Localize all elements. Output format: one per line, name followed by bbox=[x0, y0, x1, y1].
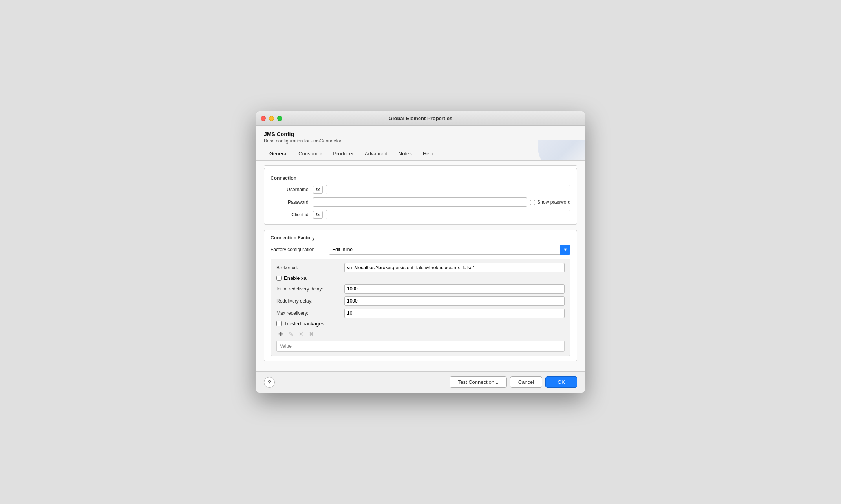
username-row: Username: fx bbox=[271, 185, 570, 194]
tab-notes[interactable]: Notes bbox=[393, 148, 417, 161]
ok-button[interactable]: OK bbox=[545, 376, 577, 388]
question-mark-icon: ? bbox=[268, 379, 271, 385]
redelivery-delay-row: Redelivery delay: bbox=[276, 296, 565, 306]
username-fx-button[interactable]: fx bbox=[313, 186, 323, 194]
window-header: JMS Config Base configuration for JmsCon… bbox=[256, 126, 585, 161]
test-connection-button[interactable]: Test Connection... bbox=[450, 376, 507, 388]
factory-config-row: Factory configuration Edit inline Refere… bbox=[271, 245, 570, 255]
enable-xa-label: Enable xa bbox=[284, 275, 307, 281]
titlebar: Global Element Properties bbox=[256, 111, 585, 126]
initial-redelivery-delay-input[interactable] bbox=[344, 284, 565, 294]
factory-config-select[interactable]: Edit inline Reference bbox=[329, 245, 570, 255]
value-input[interactable] bbox=[276, 341, 565, 352]
redelivery-delay-label: Redelivery delay: bbox=[276, 298, 341, 304]
delete-all-icon: ✖ bbox=[309, 331, 314, 337]
trusted-packages-toolbar: ✚ ✎ ✕ ✖ bbox=[276, 330, 565, 338]
help-button[interactable]: ? bbox=[264, 377, 275, 388]
close-button[interactable] bbox=[261, 116, 266, 121]
maximize-button[interactable] bbox=[277, 116, 282, 121]
main-content: Connection Username: fx Password: Show p… bbox=[256, 161, 585, 371]
client-id-input[interactable] bbox=[326, 210, 570, 219]
client-id-fx-button[interactable]: fx bbox=[313, 211, 323, 219]
bottom-buttons: Test Connection... Cancel OK bbox=[450, 376, 577, 388]
trusted-packages-row: Trusted packages bbox=[276, 321, 565, 327]
redelivery-delay-input[interactable] bbox=[344, 296, 565, 306]
header-decoration bbox=[538, 140, 585, 161]
client-id-row: Client id: fx bbox=[271, 210, 570, 219]
enable-xa-checkbox[interactable] bbox=[276, 276, 282, 281]
tab-advanced[interactable]: Advanced bbox=[359, 148, 393, 161]
initial-redelivery-delay-row: Initial redelivery delay: bbox=[276, 284, 565, 294]
factory-config-select-wrapper: Edit inline Reference ▼ bbox=[329, 245, 570, 255]
edit-icon: ✎ bbox=[289, 331, 293, 337]
scrollable-area: Connection Username: fx Password: Show p… bbox=[256, 161, 585, 371]
tab-consumer[interactable]: Consumer bbox=[293, 148, 327, 161]
tab-producer[interactable]: Producer bbox=[327, 148, 359, 161]
enable-xa-row: Enable xa bbox=[276, 275, 565, 281]
show-password-wrapper[interactable]: Show password bbox=[530, 199, 570, 205]
delete-all-packages-button[interactable]: ✖ bbox=[307, 330, 316, 338]
client-id-label: Client id: bbox=[271, 212, 310, 217]
edit-package-button[interactable]: ✎ bbox=[287, 330, 295, 338]
window-controls bbox=[261, 116, 282, 121]
tab-general[interactable]: General bbox=[264, 148, 293, 161]
password-row: Password: Show password bbox=[271, 197, 570, 207]
trusted-packages-checkbox[interactable] bbox=[276, 321, 282, 326]
inline-form: Broker url: Enable xa Initial redelivery… bbox=[271, 259, 570, 356]
broker-url-label: Broker url: bbox=[276, 265, 341, 270]
connection-section-title: Connection bbox=[271, 175, 570, 181]
show-password-checkbox[interactable] bbox=[530, 200, 535, 205]
broker-url-row: Broker url: bbox=[276, 263, 565, 272]
connection-factory-title: Connection Factory bbox=[271, 235, 570, 241]
delete-package-button[interactable]: ✕ bbox=[297, 330, 305, 338]
connection-factory-section: Connection Factory Factory configuration… bbox=[264, 230, 577, 361]
trusted-packages-label: Trusted packages bbox=[284, 321, 324, 327]
broker-url-input[interactable] bbox=[344, 263, 565, 272]
password-label: Password: bbox=[271, 199, 310, 205]
dialog-window: Global Element Properties JMS Config Bas… bbox=[256, 111, 585, 393]
minimize-button[interactable] bbox=[269, 116, 274, 121]
config-header: JMS Config Base configuration for JmsCon… bbox=[264, 131, 577, 144]
bottom-bar: ? Test Connection... Cancel OK bbox=[256, 371, 585, 393]
config-title: JMS Config bbox=[264, 131, 577, 137]
max-redelivery-row: Max redelivery: bbox=[276, 309, 565, 318]
add-package-button[interactable]: ✚ bbox=[276, 330, 285, 338]
factory-config-label: Factory configuration bbox=[271, 247, 325, 252]
dialog-title: Global Element Properties bbox=[389, 115, 453, 121]
initial-redelivery-delay-label: Initial redelivery delay: bbox=[276, 286, 341, 292]
plus-icon: ✚ bbox=[278, 331, 283, 337]
tab-help[interactable]: Help bbox=[417, 148, 439, 161]
cancel-button[interactable]: Cancel bbox=[510, 376, 542, 388]
password-input[interactable] bbox=[313, 197, 527, 207]
max-redelivery-input[interactable] bbox=[344, 309, 565, 318]
show-password-label: Show password bbox=[537, 199, 570, 205]
tabs-container: General Consumer Producer Advanced Notes… bbox=[264, 148, 577, 160]
username-input[interactable] bbox=[326, 185, 570, 194]
max-redelivery-label: Max redelivery: bbox=[276, 310, 341, 316]
username-label: Username: bbox=[271, 187, 310, 192]
config-subtitle: Base configuration for JmsConnector bbox=[264, 138, 577, 144]
delete-icon: ✕ bbox=[299, 331, 303, 337]
connection-section: Connection Username: fx Password: Show p… bbox=[264, 168, 577, 225]
